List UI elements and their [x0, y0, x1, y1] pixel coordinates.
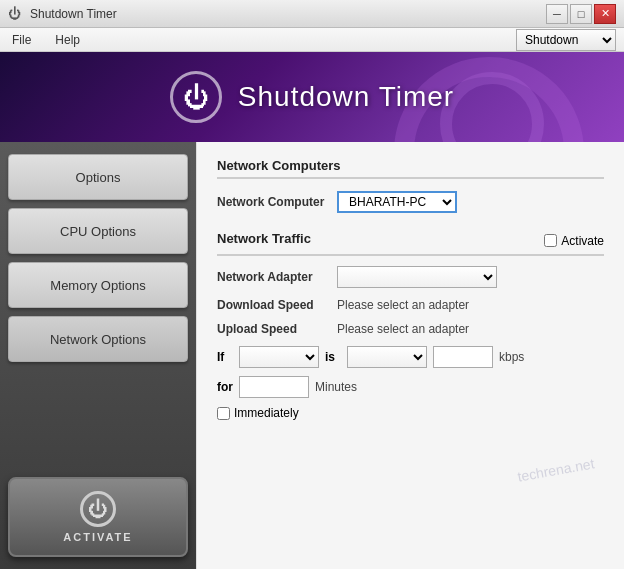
- upload-speed-value: Please select an adapter: [337, 322, 469, 336]
- network-computer-label: Network Computer: [217, 195, 327, 209]
- title-bar-buttons: ─ □ ✕: [546, 4, 616, 24]
- for-label: for: [217, 380, 233, 394]
- if-label: If: [217, 350, 233, 364]
- if-row: If is kbps: [217, 346, 604, 368]
- network-adapter-label: Network Adapter: [217, 270, 327, 284]
- minutes-label: Minutes: [315, 380, 357, 394]
- download-speed-row: Download Speed Please select an adapter: [217, 298, 604, 312]
- upload-speed-row: Upload Speed Please select an adapter: [217, 322, 604, 336]
- action-dropdown[interactable]: Shutdown Restart Sleep Logoff: [516, 29, 616, 51]
- immediately-row: Immediately: [217, 406, 604, 420]
- network-computer-dropdown[interactable]: BHARATH-PC: [337, 191, 457, 213]
- header-banner: ⏻ Shutdown Timer: [0, 52, 624, 142]
- activate-checkbox-label: Activate: [561, 234, 604, 248]
- traffic-header: Network Traffic Activate: [217, 231, 604, 256]
- window-title: Shutdown Timer: [30, 7, 546, 21]
- download-speed-label: Download Speed: [217, 298, 327, 312]
- title-bar: ⏻ Shutdown Timer ─ □ ✕: [0, 0, 624, 28]
- activate-checkbox-row: Activate: [544, 234, 604, 248]
- app-icon: ⏻: [8, 6, 24, 22]
- kbps-label: kbps: [499, 350, 524, 364]
- if-condition-dropdown[interactable]: [239, 346, 319, 368]
- download-speed-value: Please select an adapter: [337, 298, 469, 312]
- header-power-icon: ⏻: [170, 71, 222, 123]
- header-title: Shutdown Timer: [238, 81, 454, 113]
- network-computer-row: Network Computer BHARATH-PC: [217, 191, 604, 213]
- network-computers-title: Network Computers: [217, 158, 604, 179]
- for-minutes-input[interactable]: [239, 376, 309, 398]
- kbps-input[interactable]: [433, 346, 493, 368]
- main-layout: Options CPU Options Memory Options Netwo…: [0, 142, 624, 569]
- sidebar-item-network-options[interactable]: Network Options: [8, 316, 188, 362]
- close-button[interactable]: ✕: [594, 4, 616, 24]
- activate-power-icon: ⏻: [80, 491, 116, 527]
- sidebar-item-memory-options[interactable]: Memory Options: [8, 262, 188, 308]
- menu-bar: File Help Shutdown Restart Sleep Logoff: [0, 28, 624, 52]
- network-adapter-dropdown[interactable]: [337, 266, 497, 288]
- watermark: techrena.net: [516, 455, 595, 484]
- sidebar-item-options[interactable]: Options: [8, 154, 188, 200]
- menu-help[interactable]: Help: [51, 31, 84, 49]
- sidebar-item-cpu-options[interactable]: CPU Options: [8, 208, 188, 254]
- is-value-dropdown[interactable]: [347, 346, 427, 368]
- network-traffic-title: Network Traffic: [217, 231, 311, 250]
- sidebar: Options CPU Options Memory Options Netwo…: [0, 142, 196, 569]
- activate-checkbox[interactable]: [544, 234, 557, 247]
- immediately-checkbox[interactable]: [217, 407, 230, 420]
- menu-file[interactable]: File: [8, 31, 35, 49]
- for-row: for Minutes: [217, 376, 604, 398]
- maximize-button[interactable]: □: [570, 4, 592, 24]
- upload-speed-label: Upload Speed: [217, 322, 327, 336]
- activate-label: ACTIVATE: [63, 531, 132, 543]
- is-label: is: [325, 350, 341, 364]
- network-adapter-row: Network Adapter: [217, 266, 604, 288]
- content-area: techrena.net Network Computers Network C…: [196, 142, 624, 569]
- activate-button[interactable]: ⏻ ACTIVATE: [8, 477, 188, 557]
- minimize-button[interactable]: ─: [546, 4, 568, 24]
- immediately-label: Immediately: [234, 406, 299, 420]
